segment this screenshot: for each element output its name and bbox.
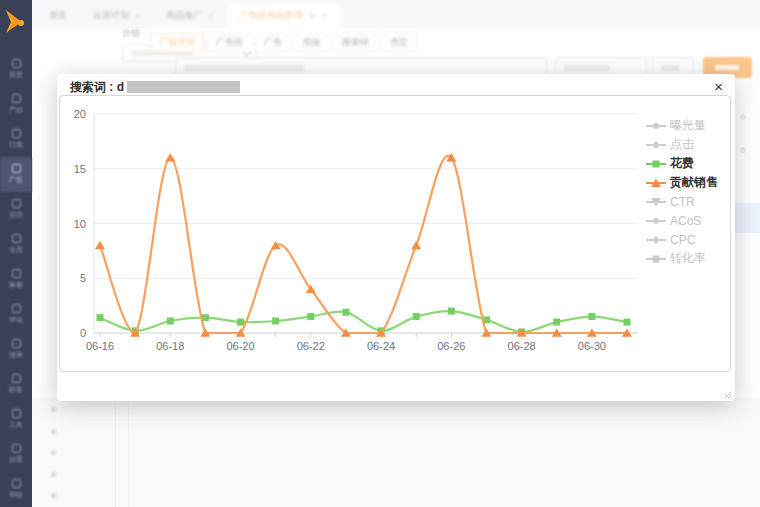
sidebar-item-icon — [12, 374, 21, 383]
sidebar-item-5[interactable]: 运营 — [0, 192, 32, 227]
sidebar: 首页产品订单广告运营仓库客服评论报表财务工具设置帮助 — [0, 0, 32, 507]
sidebar-item-13[interactable]: 帮助 — [0, 472, 32, 507]
data-point-triangle[interactable] — [446, 153, 456, 161]
brand-logo-icon[interactable] — [4, 7, 28, 39]
sidebar-item-icon — [12, 94, 21, 103]
resize-handle-icon[interactable] — [724, 391, 732, 399]
legend-item-5[interactable]: CTR — [646, 192, 718, 211]
legend-marker-triangle-icon — [646, 178, 666, 188]
y-axis-tick-label: 0 — [80, 327, 86, 339]
sidebar-item-1[interactable]: 首页 — [0, 52, 32, 87]
series-line-square — [100, 311, 627, 332]
sidebar-item-label: 财务 — [9, 385, 23, 395]
sidebar-item-label: 报表 — [9, 350, 23, 360]
sidebar-item-label: 广告 — [9, 175, 23, 185]
close-icon[interactable]: × — [714, 78, 723, 96]
data-point-square[interactable] — [448, 308, 455, 315]
legend-marker-circle-icon — [646, 216, 666, 226]
app-screen: 首页产品订单广告运营仓库客服评论报表财务工具设置帮助 首页运营计划×商品推广×广… — [0, 0, 760, 507]
sidebar-item-10[interactable]: 财务 — [0, 367, 32, 402]
sidebar-item-icon — [12, 199, 21, 208]
sidebar-item-icon — [12, 479, 21, 488]
data-point-square[interactable] — [272, 317, 279, 324]
legend-marker-square-icon — [646, 159, 666, 169]
sidebar-item-label: 产品 — [9, 105, 23, 115]
sidebar-item-2[interactable]: 产品 — [0, 87, 32, 122]
modal-title: 搜索词 : d — [70, 79, 240, 96]
data-point-square[interactable] — [588, 313, 595, 320]
data-point-square[interactable] — [553, 319, 560, 326]
data-point-square[interactable] — [167, 317, 174, 324]
legend-marker-triangle-down-icon — [646, 197, 666, 207]
data-point-square[interactable] — [413, 313, 420, 320]
legend-item-4[interactable]: 贡献销售 — [646, 173, 718, 192]
sidebar-item-12[interactable]: 设置 — [0, 437, 32, 472]
sidebar-items: 首页产品订单广告运营仓库客服评论报表财务工具设置帮助 — [0, 52, 32, 507]
data-point-square[interactable] — [237, 319, 244, 326]
sidebar-item-icon — [12, 129, 21, 138]
sidebar-item-label: 评论 — [9, 315, 23, 325]
legend-item-label: ACoS — [670, 214, 701, 228]
legend-item-6[interactable]: ACoS — [646, 211, 718, 230]
y-axis-tick-label: 15 — [74, 163, 86, 175]
x-axis-tick-label: 06-30 — [578, 340, 606, 352]
chart-panel: 0510152006-1606-1806-2006-2206-2406-2606… — [59, 95, 731, 372]
sidebar-item-label: 仓库 — [9, 245, 23, 255]
line-chart: 0510152006-1606-1806-2006-2206-2406-2606… — [60, 96, 730, 371]
y-axis-tick-label: 20 — [74, 108, 86, 120]
sidebar-item-8[interactable]: 评论 — [0, 297, 32, 332]
sidebar-item-4[interactable]: 广告 — [0, 157, 32, 192]
legend-item-1[interactable]: 曝光量 — [646, 116, 718, 135]
modal-title-text: 搜索词 : d — [70, 80, 124, 94]
data-point-square[interactable] — [342, 309, 349, 316]
sidebar-item-label: 设置 — [9, 455, 23, 465]
sidebar-item-icon — [12, 234, 21, 243]
legend-marker-square-icon — [646, 254, 666, 264]
data-point-square[interactable] — [307, 313, 314, 320]
legend-item-2[interactable]: 点击 — [646, 135, 718, 154]
x-axis-tick-label: 06-20 — [226, 340, 254, 352]
data-point-triangle[interactable] — [165, 153, 175, 161]
series-line-triangle — [100, 156, 627, 333]
sidebar-item-7[interactable]: 客服 — [0, 262, 32, 297]
sidebar-item-11[interactable]: 工具 — [0, 402, 32, 437]
legend-item-label: CTR — [670, 195, 695, 209]
search-term-chart-modal: 搜索词 : d × 0510152006-1606-1806-2006-2206… — [57, 74, 735, 401]
sidebar-item-6[interactable]: 仓库 — [0, 227, 32, 262]
legend-item-label: 曝光量 — [670, 117, 706, 134]
data-point-square[interactable] — [97, 314, 104, 321]
legend-item-label: CPC — [670, 233, 695, 247]
sidebar-item-9[interactable]: 报表 — [0, 332, 32, 367]
legend-item-label: 转化率 — [670, 250, 706, 267]
sidebar-item-label: 首页 — [9, 70, 23, 80]
sidebar-item-label: 客服 — [9, 280, 23, 290]
legend-marker-diamond-icon — [646, 235, 666, 245]
sidebar-item-icon — [12, 444, 21, 453]
legend-item-3[interactable]: 花费 — [646, 154, 718, 173]
legend-item-7[interactable]: CPC — [646, 230, 718, 249]
legend-marker-circle-icon — [646, 121, 666, 131]
sidebar-item-label: 帮助 — [9, 490, 23, 500]
x-axis-tick-label: 06-24 — [367, 340, 395, 352]
sidebar-item-icon — [12, 339, 21, 348]
sidebar-item-icon — [12, 409, 21, 418]
legend-item-8[interactable]: 转化率 — [646, 249, 718, 268]
sidebar-item-3[interactable]: 订单 — [0, 122, 32, 157]
sidebar-item-icon — [12, 164, 21, 173]
legend-item-label: 点击 — [670, 136, 694, 153]
legend-item-label: 贡献销售 — [670, 174, 718, 191]
x-axis-tick-label: 06-16 — [86, 340, 114, 352]
data-point-triangle[interactable] — [95, 241, 105, 249]
sidebar-item-label: 运营 — [9, 210, 23, 220]
data-point-square[interactable] — [624, 319, 631, 326]
x-axis-tick-label: 06-18 — [156, 340, 184, 352]
chart-legend: 曝光量点击花费贡献销售CTRACoSCPC转化率 — [646, 116, 718, 268]
redacted-text — [127, 81, 240, 93]
sidebar-item-icon — [12, 269, 21, 278]
legend-item-label: 花费 — [670, 155, 694, 172]
sidebar-item-label: 工具 — [9, 420, 23, 430]
sidebar-item-icon — [12, 304, 21, 313]
y-axis-tick-label: 10 — [74, 218, 86, 230]
data-point-triangle[interactable] — [411, 241, 421, 249]
x-axis-tick-label: 06-28 — [508, 340, 536, 352]
